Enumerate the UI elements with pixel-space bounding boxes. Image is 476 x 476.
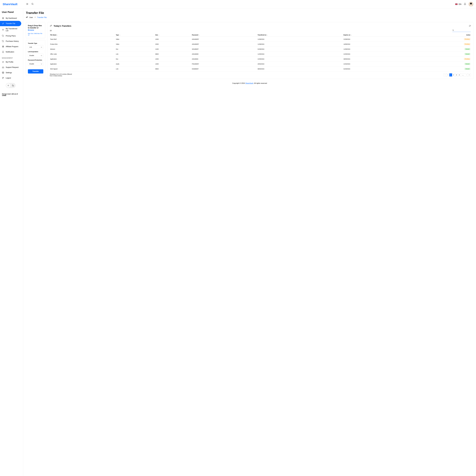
page-next[interactable] xyxy=(465,73,468,76)
breadcrumb-root[interactable]: User xyxy=(29,17,33,18)
svg-line-34 xyxy=(453,31,454,31)
page-number[interactable]: 3 xyxy=(455,73,458,76)
cell-password: 32G46W57 xyxy=(191,47,257,51)
sidebar-item-label: Affiliate Program xyxy=(6,46,18,48)
transfer-type-select[interactable]: Link xyxy=(28,45,43,49)
page-first[interactable] xyxy=(446,73,449,76)
footer-link[interactable]: ShareVault xyxy=(245,82,253,84)
page-number[interactable]: 1 xyxy=(449,73,452,76)
showing-text: Showing 0 to 0 of 0 entries (filtered fr… xyxy=(50,73,75,77)
sidebar-item-label: Transfer File xyxy=(6,23,15,25)
transfer-form-card: Transfer Type Link Link Expiration Disab… xyxy=(26,40,45,76)
dashboard-icon xyxy=(2,17,4,19)
refresh-icon[interactable] xyxy=(469,25,471,27)
sidebar-item-purchase-history[interactable]: Purchase History xyxy=(0,38,21,44)
transfers-table: File Name↑↓Type↑↓Size↑↓Password↑↓Transfe… xyxy=(50,33,471,71)
sidebar-item-transfer-file[interactable]: Transfer File xyxy=(0,21,21,26)
cell-type: Link xyxy=(116,67,155,71)
header: ShareVault EN xyxy=(0,0,476,8)
light-mode-button[interactable] xyxy=(6,84,10,87)
column-header[interactable]: Type↑↓ xyxy=(116,33,155,37)
cell-expires: 21/06/2024 xyxy=(343,37,413,42)
sidebar-item-support-request[interactable]: Support Request xyxy=(0,65,21,70)
bell-icon[interactable] xyxy=(464,3,466,5)
column-header[interactable]: Transfered on↑↓ xyxy=(257,33,343,37)
transfer-button[interactable]: Transfer xyxy=(28,69,43,73)
cell-size: 12KB xyxy=(155,62,191,67)
password-protection-select[interactable]: Disable xyxy=(28,62,43,66)
dropzone-title: Drag & Drop files to transfer or Browse xyxy=(28,25,43,31)
avatar[interactable] xyxy=(469,2,473,7)
cell-transfered: 11/06/2024 xyxy=(257,37,343,42)
gear-icon xyxy=(2,71,4,74)
column-header[interactable]: File Name↑↓ xyxy=(50,33,116,37)
menu-icon[interactable] xyxy=(26,3,29,6)
sidebar-item-label: Settings xyxy=(6,72,12,74)
sidebar-item-settings[interactable]: Settings xyxy=(0,70,21,75)
cell-size: 22KB xyxy=(155,42,191,47)
page-number[interactable]: 2 xyxy=(452,73,455,76)
page-last[interactable] xyxy=(468,73,471,76)
list-icon xyxy=(2,29,4,31)
storage-info: Storage Used: 12B out of 100MB xyxy=(0,88,23,98)
transfer-icon xyxy=(26,16,28,19)
page-size[interactable]: 10 xyxy=(50,30,51,32)
sidebar-item-affiliate-program[interactable]: Affiliate Program xyxy=(0,44,21,49)
column-header[interactable]: Size↑↓ xyxy=(155,33,191,37)
pagination: 1234..... xyxy=(443,73,471,77)
cell-type: Audio xyxy=(116,62,155,67)
sidebar-item-label: Notification xyxy=(6,51,14,53)
transfer-icon xyxy=(50,25,52,27)
status-badge: Viewed xyxy=(464,63,470,65)
column-header[interactable]: Expires on↑↓ xyxy=(343,33,413,37)
cell-transfered: 08/03/2024 xyxy=(257,67,343,71)
cell-file: Application xyxy=(50,62,116,67)
cell-expires: 11/06/2024 xyxy=(343,47,413,51)
transfers-table-card: Today's Transfers 10 xyxy=(47,22,473,79)
table-search[interactable] xyxy=(452,29,471,32)
sidebar-item-notification[interactable]: Notification xyxy=(0,49,21,54)
search-input[interactable] xyxy=(455,30,471,31)
cell-action: Pending xyxy=(413,57,471,62)
sidebar-item-pricing-plans[interactable]: Pricing Plans xyxy=(0,33,21,38)
logo[interactable]: ShareVault xyxy=(3,2,17,6)
browse-link[interactable]: Browse xyxy=(28,29,34,31)
cell-expires: 21/05/2024 xyxy=(343,51,413,57)
cell-file: Abstract xyxy=(50,47,116,51)
cell-action: Pending xyxy=(413,37,471,42)
page-number[interactable]: ..... xyxy=(461,73,465,76)
search-icon[interactable] xyxy=(31,3,34,6)
table-row: Offer LetterLink08KBASG4600011/05/202421… xyxy=(50,51,471,57)
status-badge: Viewed xyxy=(464,48,470,50)
page-number[interactable]: 4 xyxy=(458,73,461,76)
sidebar-item-my-dashboard[interactable]: My Dashboard xyxy=(0,16,21,21)
transfer-type-label: Transfer Type xyxy=(28,42,43,44)
sidebar-item-my-profile[interactable]: My Profile xyxy=(0,59,21,65)
sidebar-item-logout[interactable]: Logout xyxy=(0,75,21,81)
svg-line-4 xyxy=(33,4,33,5)
status-badge: Pending xyxy=(464,58,470,60)
sidebar-item-label: Logout xyxy=(6,77,11,79)
cell-size: 12KB xyxy=(155,37,191,42)
cell-type: Video xyxy=(116,37,155,42)
language-selector[interactable]: EN xyxy=(455,3,461,5)
dark-mode-button[interactable] xyxy=(11,84,15,87)
svg-point-33 xyxy=(453,30,454,31)
table-row: Product BrieVideo22KBASG46W5711/06/20241… xyxy=(50,42,471,47)
cell-password: ASG46000 xyxy=(191,51,257,57)
cell-expires: 01/03/2024 xyxy=(343,67,413,71)
search-icon xyxy=(452,29,454,32)
link-expiration-select[interactable]: Disable xyxy=(28,54,43,57)
cell-size: 08KB xyxy=(155,51,191,57)
column-header[interactable]: Action xyxy=(413,33,471,37)
cell-transfered: 01/06/2024 xyxy=(257,47,343,51)
flag-icon xyxy=(455,3,458,5)
cell-transfered: 11/06/2024 xyxy=(257,42,343,47)
column-header[interactable]: Password↑↓ xyxy=(191,33,257,37)
sidebar-item-label: Support Request xyxy=(6,66,18,68)
page-prev[interactable] xyxy=(444,73,446,76)
cell-type: Link xyxy=(116,51,155,57)
cell-password: ASG46W57 xyxy=(191,37,257,42)
table-title: Today's Transfers xyxy=(50,25,71,27)
sidebar-item-my-transferred-list[interactable]: My Transferred List xyxy=(0,26,21,33)
